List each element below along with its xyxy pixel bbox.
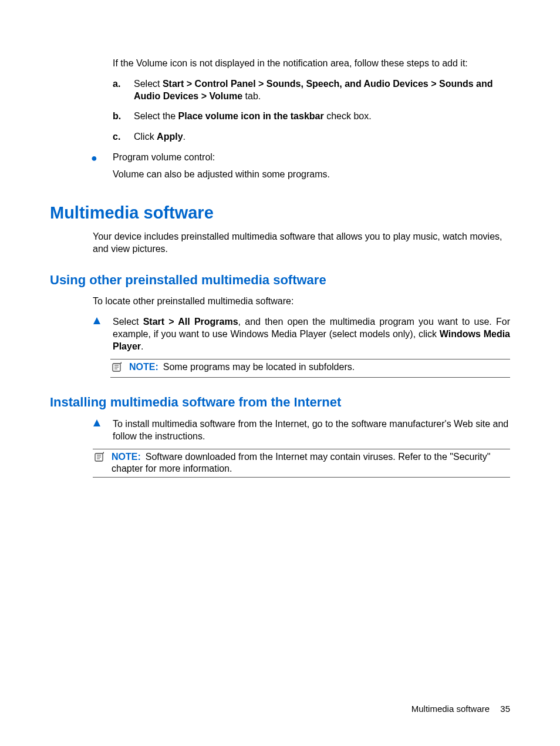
bullet-icon: ● — [91, 152, 113, 181]
svg-marker-5 — [93, 419, 100, 426]
section-para: Your device includes preinstalled multim… — [93, 231, 510, 256]
footer-page-number: 35 — [500, 704, 510, 714]
subsection-heading-installing: Installing multimedia software from the … — [50, 394, 510, 411]
note-body: NOTE:Software downloaded from the Intern… — [112, 451, 509, 476]
text-bold: Apply — [157, 132, 183, 142]
sublist-marker: b. — [113, 110, 134, 123]
text-bold: Start > Control Panel > Sounds, Speech, … — [134, 79, 493, 101]
triangle-body: To install multimedia software from the … — [113, 418, 510, 443]
text-post: tab. — [242, 91, 261, 101]
intro-paragraph: If the Volume icon is not displayed in t… — [113, 58, 510, 70]
triangle-icon — [93, 316, 113, 352]
note-icon — [112, 361, 129, 376]
triangle-step-install: To install multimedia software from the … — [93, 418, 510, 443]
sublist-marker: a. — [113, 78, 134, 103]
note-subfolders: NOTE:Some programs may be located in sub… — [110, 359, 510, 378]
note-security: NOTE:Software downloaded from the Intern… — [93, 449, 510, 478]
text-pre: Select — [113, 317, 143, 327]
bullet-description: Volume can also be adjusted within some … — [113, 169, 510, 181]
sublist-body: Select the Place volume icon in the task… — [134, 110, 510, 123]
note-label: NOTE: — [112, 452, 141, 462]
program-volume-bullet: ● Program volume control: Volume can als… — [91, 152, 510, 181]
sublist-item-a: a. Select Start > Control Panel > Sounds… — [113, 78, 510, 103]
svg-marker-0 — [93, 317, 100, 324]
triangle-body: Select Start > All Programs, and then op… — [113, 316, 510, 352]
bullet-body: Program volume control: Volume can also … — [113, 152, 510, 181]
text-pre: Select — [134, 79, 163, 89]
text-bold: Start > All Programs — [143, 317, 238, 327]
sublist-body: Click Apply. — [134, 131, 510, 143]
note-label: NOTE: — [129, 362, 158, 372]
sublist-body: Select Start > Control Panel > Sounds, S… — [134, 78, 510, 103]
bullet-title: Program volume control: — [113, 152, 510, 164]
note-body: NOTE:Some programs may be located in sub… — [129, 361, 509, 376]
subsection-heading-using: Using other preinstalled multimedia soft… — [50, 272, 510, 289]
text-pre: Select the — [134, 111, 178, 121]
triangle-icon — [93, 418, 113, 443]
sublist-item-c: c. Click Apply. — [113, 131, 510, 143]
triangle-step: Select Start > All Programs, and then op… — [93, 316, 510, 352]
subsection-para: To locate other preinstalled multimedia … — [93, 295, 510, 308]
text-bold: Place volume icon in the taskbar — [178, 111, 324, 121]
note-icon — [94, 451, 112, 476]
ordered-sublist: a. Select Start > Control Panel > Sounds… — [113, 78, 510, 143]
text-pre: Click — [134, 132, 157, 142]
text-post: . — [141, 341, 143, 351]
text-post: . — [183, 132, 185, 142]
sublist-item-b: b. Select the Place volume icon in the t… — [113, 110, 510, 123]
sublist-marker: c. — [113, 131, 134, 143]
page-footer: Multimedia software 35 — [411, 703, 510, 715]
note-text: Some programs may be located in subfolde… — [163, 362, 355, 372]
text-post: check box. — [324, 111, 372, 121]
section-heading: Multimedia software — [50, 202, 510, 224]
note-text: Software downloaded from the Internet ma… — [112, 452, 490, 474]
footer-title: Multimedia software — [411, 704, 490, 714]
